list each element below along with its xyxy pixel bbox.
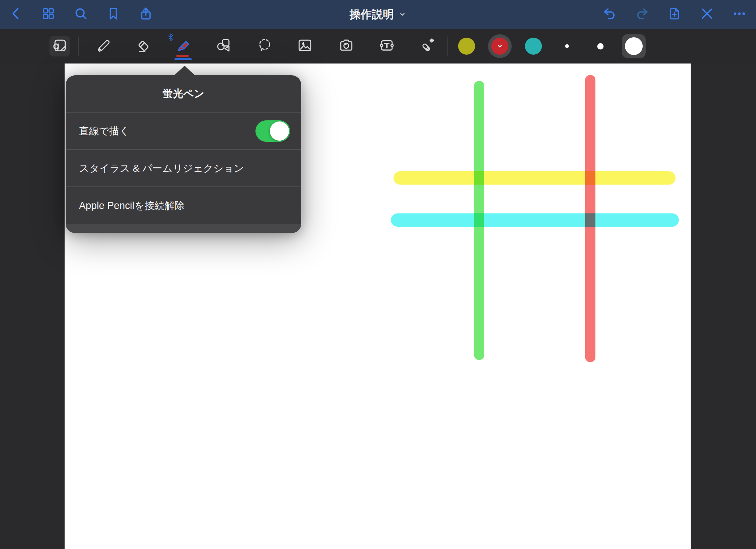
color-swatch-olive[interactable] xyxy=(456,36,477,56)
bluetooth-icon xyxy=(167,32,174,42)
stylus-palm-rejection-item[interactable]: スタイラス & パームリジェクション xyxy=(66,149,301,186)
thickness-medium-dot xyxy=(597,43,604,49)
thumbnails-button[interactable] xyxy=(40,6,56,23)
color-swatch-teal[interactable] xyxy=(523,36,544,56)
thickness-large-button-selected[interactable] xyxy=(622,34,646,58)
camera-icon xyxy=(338,37,355,55)
thickness-medium-button[interactable] xyxy=(590,36,611,56)
back-button[interactable] xyxy=(8,6,24,23)
bookmark-button[interactable] xyxy=(105,6,121,23)
share-icon xyxy=(138,6,153,23)
draw-straight-line-row[interactable]: 直線で描く xyxy=(66,112,301,149)
toggle-knob xyxy=(270,121,289,141)
pen-icon xyxy=(95,37,112,55)
share-button[interactable] xyxy=(138,6,154,23)
shapes-icon xyxy=(215,37,232,55)
undo-icon xyxy=(602,6,617,23)
search-button[interactable] xyxy=(73,6,89,23)
teal-color-dot xyxy=(525,38,542,55)
bookmark-icon xyxy=(106,6,121,23)
text-icon xyxy=(378,37,395,55)
goodnotes-app: 操作説明 xyxy=(0,0,756,549)
draw-straight-line-label: 直線で描く xyxy=(79,124,129,138)
tool-laser-pointer[interactable] xyxy=(417,36,437,56)
document-title-text: 操作説明 xyxy=(350,7,394,22)
highlighter-stroke-yellow-horizontal xyxy=(394,171,676,185)
tool-text[interactable] xyxy=(377,36,397,56)
red-color-dot xyxy=(491,38,508,55)
color-swatch-red[interactable] xyxy=(489,36,510,56)
thickness-small-button[interactable] xyxy=(557,36,577,56)
image-icon xyxy=(296,37,313,55)
toolbar-divider xyxy=(78,37,79,56)
lasso-icon xyxy=(256,37,273,55)
more-button[interactable] xyxy=(731,6,748,23)
redo-button[interactable] xyxy=(634,6,650,23)
back-chevron-icon xyxy=(9,6,24,23)
selected-tool-underline xyxy=(175,58,192,60)
search-icon xyxy=(73,6,88,23)
add-page-button[interactable] xyxy=(666,6,683,23)
highlighter-popover: 蛍光ペン 直線で描く スタイラス & パームリジェクション Apple Penc… xyxy=(66,75,301,233)
more-ellipsis-icon xyxy=(732,6,747,23)
draw-straight-line-toggle[interactable] xyxy=(255,120,290,142)
chevron-down-icon xyxy=(496,42,504,50)
redo-icon xyxy=(635,6,650,23)
pencil-cross-icon xyxy=(700,6,714,23)
tool-image[interactable] xyxy=(295,36,315,56)
tool-shapes[interactable] xyxy=(213,36,234,56)
popover-scroll-hint xyxy=(66,224,301,233)
disconnect-apple-pencil-item[interactable]: Apple Pencilを接続解除 xyxy=(66,186,301,224)
tool-bar xyxy=(0,29,756,64)
highlighter-stroke-mark xyxy=(176,55,189,57)
tool-camera[interactable] xyxy=(336,36,357,56)
olive-color-dot xyxy=(458,38,475,55)
undo-button[interactable] xyxy=(601,6,618,23)
chevron-down-icon xyxy=(398,8,406,21)
laser-pointer-icon xyxy=(419,37,436,55)
toolbar-collapse-icon xyxy=(51,37,68,55)
highlighter-icon xyxy=(175,37,192,55)
tool-lasso[interactable] xyxy=(254,36,275,56)
handwriting-off-button[interactable] xyxy=(699,6,715,23)
tool-eraser[interactable] xyxy=(133,36,154,56)
tool-pen[interactable] xyxy=(93,36,114,56)
toolbar-divider xyxy=(447,37,448,56)
thickness-large-dot xyxy=(625,37,643,55)
nav-bar: 操作説明 xyxy=(0,0,756,29)
eraser-icon xyxy=(135,37,152,55)
tool-highlighter-selected[interactable] xyxy=(173,36,193,56)
popover-title: 蛍光ペン xyxy=(66,75,301,112)
add-page-icon xyxy=(667,6,682,23)
document-title[interactable]: 操作説明 xyxy=(350,0,406,29)
thickness-small-dot xyxy=(565,44,569,48)
toolbar-collapse-button[interactable] xyxy=(49,36,70,56)
thumbnails-grid-icon xyxy=(41,6,56,23)
highlighter-stroke-cyan-horizontal xyxy=(391,213,679,227)
